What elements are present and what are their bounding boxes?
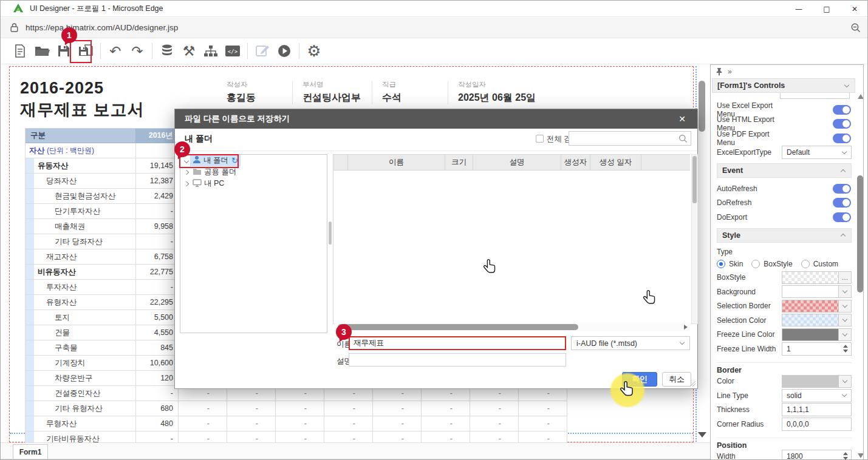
- radio-icon[interactable]: [717, 260, 725, 268]
- radio-option-skin[interactable]: Skin: [717, 260, 743, 268]
- open-folder-icon[interactable]: [32, 41, 52, 61]
- tree-item-내폴더[interactable]: 내 폴더↻: [180, 155, 327, 166]
- scroll-down-icon[interactable]: [858, 453, 864, 458]
- canvas-vscrollbar-thumb[interactable]: [699, 81, 705, 132]
- spin-down-icon[interactable]: [843, 350, 848, 353]
- collapse-chevrons-icon[interactable]: »: [728, 67, 732, 76]
- list-column-select[interactable]: [333, 155, 348, 170]
- database-icon[interactable]: [157, 41, 177, 61]
- section-header-event[interactable]: Event: [717, 163, 852, 178]
- maximize-button[interactable]: □: [813, 1, 841, 17]
- desc-input[interactable]: [349, 353, 566, 367]
- input-thickness[interactable]: 1,1,1,1: [782, 403, 852, 416]
- tools-icon[interactable]: ⚒: [179, 41, 199, 61]
- radio-icon[interactable]: [801, 260, 810, 268]
- run-icon[interactable]: [274, 41, 295, 61]
- hierarchy-icon[interactable]: [200, 41, 221, 61]
- radio-option-custom[interactable]: Custom: [801, 260, 838, 268]
- row-label: 단기투자자산: [26, 204, 136, 219]
- redo-icon[interactable]: ↷: [127, 41, 148, 61]
- spinner-arrows-icon[interactable]: [843, 345, 848, 353]
- new-document-icon[interactable]: [10, 41, 30, 61]
- tree-item-공용폴더[interactable]: 공용 폴더: [180, 166, 327, 178]
- swatch-color[interactable]: [782, 375, 852, 388]
- list-column-설명[interactable]: 설명: [473, 155, 561, 170]
- swatch-selection-color[interactable]: [782, 314, 852, 326]
- list-hscroll-right-icon[interactable]: [684, 325, 688, 330]
- chevron-right-icon[interactable]: [184, 181, 189, 186]
- search-all-checkbox[interactable]: [536, 135, 544, 143]
- code-view-icon[interactable]: </>: [222, 41, 243, 61]
- refresh-icon[interactable]: ↻: [231, 156, 238, 165]
- select-value: solid: [787, 391, 802, 400]
- panel-scrollbar-thumb[interactable]: [857, 175, 863, 293]
- canvas-scroll-down-icon[interactable]: [698, 432, 706, 438]
- select-excelexporttype[interactable]: Default: [782, 146, 852, 159]
- swatch-background[interactable]: [782, 285, 852, 298]
- pin-icon[interactable]: [716, 67, 723, 76]
- file-type-select[interactable]: i-AUD file (*.mtsd): [571, 336, 690, 350]
- dialog-close-icon[interactable]: ✕: [673, 109, 691, 129]
- search-input[interactable]: [572, 132, 675, 144]
- spin-down-icon[interactable]: [843, 457, 848, 460]
- spinner-width[interactable]: 1800: [782, 450, 852, 460]
- resize-grip[interactable]: [689, 381, 695, 387]
- url-text[interactable]: https://epa.bimatrix.com/AUD/designer.js…: [26, 23, 178, 32]
- swatch-boxstyle[interactable]: …: [782, 271, 852, 284]
- row-extra-value: -: [179, 431, 227, 442]
- toggle-on[interactable]: [833, 105, 851, 115]
- close-button[interactable]: ✕: [841, 1, 868, 17]
- panel-header[interactable]: [Form1]'s Controls: [712, 78, 855, 93]
- select-line type[interactable]: solid: [782, 389, 852, 402]
- row-label: 재고자산: [26, 249, 136, 265]
- toggle-on[interactable]: [833, 198, 851, 208]
- settings-icon[interactable]: ⚙: [304, 41, 324, 61]
- toggle-on[interactable]: [833, 119, 851, 129]
- list-vscrollbar[interactable]: [691, 154, 698, 324]
- tree-list-splitter[interactable]: [329, 222, 332, 245]
- chevron-down-icon[interactable]: [838, 314, 851, 326]
- tree-item-내PC[interactable]: 내 PC: [180, 178, 327, 189]
- lock-icon[interactable]: [9, 22, 19, 33]
- swatch-selection-border[interactable]: [782, 300, 852, 313]
- radio-icon[interactable]: [751, 260, 760, 268]
- minimize-button[interactable]: —: [785, 1, 813, 17]
- chevron-down-icon[interactable]: [184, 158, 189, 163]
- more-options-icon[interactable]: …: [838, 272, 851, 283]
- chevron-down-icon[interactable]: [838, 376, 851, 387]
- row-extra-value: -: [373, 416, 422, 431]
- search-box[interactable]: [569, 131, 691, 146]
- undo-icon[interactable]: ↶: [105, 41, 126, 61]
- radio-option-boxstyle[interactable]: BoxStyle: [751, 260, 792, 268]
- list-column-생성 일자[interactable]: 생성 일자: [590, 155, 641, 170]
- toggle-on[interactable]: [833, 134, 851, 143]
- scroll-up-icon[interactable]: [858, 94, 864, 99]
- toggle-on[interactable]: [833, 212, 851, 222]
- list-hscrollbar-thumb[interactable]: [338, 324, 578, 330]
- swatch-freeze-line-color[interactable]: [782, 328, 852, 341]
- chevron-down-icon[interactable]: [838, 286, 851, 297]
- chevron-right-icon[interactable]: [184, 169, 189, 174]
- search-icon[interactable]: [678, 134, 688, 143]
- spin-up-icon[interactable]: [843, 452, 848, 455]
- cancel-button[interactable]: 취소: [662, 372, 691, 387]
- spinner-freeze-line-width[interactable]: 1: [782, 342, 852, 356]
- list-column-생성자[interactable]: 생성자: [561, 155, 590, 170]
- list-hscrollbar[interactable]: [334, 323, 690, 331]
- tab-form1[interactable]: Form1: [13, 444, 48, 459]
- chevron-down-icon[interactable]: [838, 300, 851, 312]
- list-column-크기[interactable]: 크기: [445, 155, 473, 170]
- toggle-on[interactable]: [833, 184, 851, 194]
- section-header-style[interactable]: Style: [717, 228, 852, 243]
- edit-icon[interactable]: [252, 41, 273, 61]
- chevron-down-icon[interactable]: [838, 329, 851, 340]
- list-vscrollbar-thumb[interactable]: [692, 156, 697, 203]
- list-column-이름[interactable]: 이름: [348, 155, 445, 170]
- row-value: 2,429: [136, 189, 179, 204]
- name-input[interactable]: 재무제표: [349, 336, 566, 350]
- panel-scrollbar[interactable]: [856, 94, 864, 458]
- spinner-arrows-icon[interactable]: [843, 452, 848, 460]
- zoom-out-icon[interactable]: [850, 22, 861, 33]
- input-corner-radius[interactable]: 0,0,0,0: [782, 418, 852, 431]
- spin-up-icon[interactable]: [843, 345, 848, 348]
